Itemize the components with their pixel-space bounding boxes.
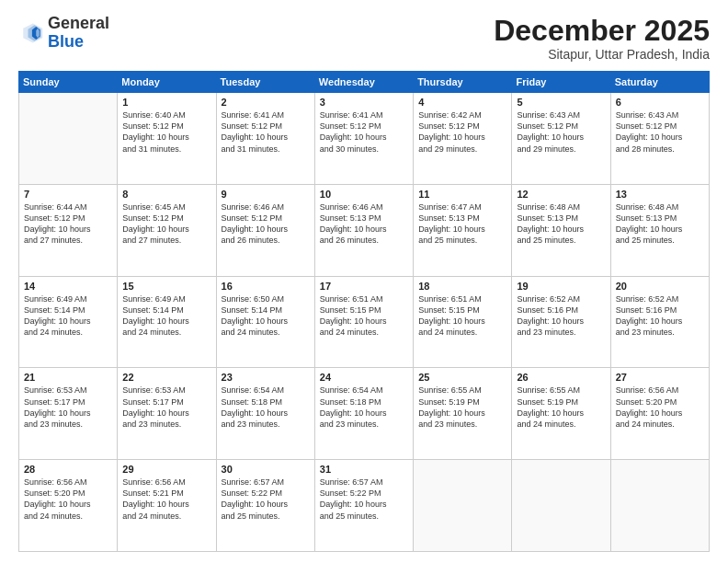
table-row xyxy=(414,460,512,552)
day-info: Sunrise: 6:46 AMSunset: 5:13 PMDaylight:… xyxy=(320,201,408,247)
table-row: 6Sunrise: 6:43 AMSunset: 5:12 PMDaylight… xyxy=(610,93,709,185)
col-sunday: Sunday xyxy=(19,72,118,93)
day-info: Sunrise: 6:44 AMSunset: 5:12 PMDaylight:… xyxy=(24,201,112,247)
day-number: 26 xyxy=(517,372,605,383)
calendar-week-5: 28Sunrise: 6:56 AMSunset: 5:20 PMDayligh… xyxy=(19,460,710,552)
day-info: Sunrise: 6:51 AMSunset: 5:15 PMDaylight:… xyxy=(320,293,408,339)
table-row xyxy=(512,460,610,552)
day-number: 7 xyxy=(24,189,112,200)
day-info: Sunrise: 6:46 AMSunset: 5:12 PMDaylight:… xyxy=(222,201,310,247)
day-info: Sunrise: 6:53 AMSunset: 5:17 PMDaylight:… xyxy=(24,385,112,430)
day-number: 29 xyxy=(122,464,210,475)
day-info: Sunrise: 6:54 AMSunset: 5:18 PMDaylight:… xyxy=(222,385,310,430)
col-tuesday: Tuesday xyxy=(216,72,314,93)
table-row: 31Sunrise: 6:57 AMSunset: 5:22 PMDayligh… xyxy=(314,460,413,552)
day-info: Sunrise: 6:41 AMSunset: 5:12 PMDaylight:… xyxy=(222,109,310,155)
day-number: 9 xyxy=(222,189,310,200)
day-number: 20 xyxy=(616,281,704,292)
day-number: 14 xyxy=(24,281,112,292)
day-number: 3 xyxy=(320,97,408,108)
table-row: 30Sunrise: 6:57 AMSunset: 5:22 PMDayligh… xyxy=(216,460,314,552)
table-row: 12Sunrise: 6:48 AMSunset: 5:13 PMDayligh… xyxy=(512,184,610,276)
col-monday: Monday xyxy=(118,72,216,93)
col-wednesday: Wednesday xyxy=(314,72,413,93)
day-info: Sunrise: 6:57 AMSunset: 5:22 PMDaylight:… xyxy=(320,477,408,522)
table-row xyxy=(610,460,709,552)
day-info: Sunrise: 6:49 AMSunset: 5:14 PMDaylight:… xyxy=(24,293,112,339)
table-row: 28Sunrise: 6:56 AMSunset: 5:20 PMDayligh… xyxy=(19,460,118,552)
day-info: Sunrise: 6:56 AMSunset: 5:20 PMDaylight:… xyxy=(24,477,112,522)
day-number: 10 xyxy=(320,189,408,200)
table-row: 3Sunrise: 6:41 AMSunset: 5:12 PMDaylight… xyxy=(314,93,413,185)
day-number: 6 xyxy=(616,97,704,108)
table-row: 23Sunrise: 6:54 AMSunset: 5:18 PMDayligh… xyxy=(216,368,314,460)
table-row: 24Sunrise: 6:54 AMSunset: 5:18 PMDayligh… xyxy=(314,368,413,460)
day-number: 22 xyxy=(122,372,210,383)
day-number: 18 xyxy=(418,281,506,292)
day-info: Sunrise: 6:52 AMSunset: 5:16 PMDaylight:… xyxy=(517,293,605,339)
table-row: 13Sunrise: 6:48 AMSunset: 5:13 PMDayligh… xyxy=(610,184,709,276)
day-number: 30 xyxy=(222,464,310,475)
day-info: Sunrise: 6:55 AMSunset: 5:19 PMDaylight:… xyxy=(517,385,605,430)
day-info: Sunrise: 6:57 AMSunset: 5:22 PMDaylight:… xyxy=(222,477,310,522)
day-number: 11 xyxy=(418,189,506,200)
logo-text-block: General Blue xyxy=(48,15,109,52)
month-title: December 2025 xyxy=(494,15,710,47)
table-row: 21Sunrise: 6:53 AMSunset: 5:17 PMDayligh… xyxy=(19,368,118,460)
table-row: 20Sunrise: 6:52 AMSunset: 5:16 PMDayligh… xyxy=(610,276,709,368)
day-number: 5 xyxy=(517,97,605,108)
day-info: Sunrise: 6:41 AMSunset: 5:12 PMDaylight:… xyxy=(320,109,408,155)
day-number: 1 xyxy=(122,97,210,108)
day-number: 27 xyxy=(616,372,704,383)
day-number: 15 xyxy=(122,281,210,292)
day-info: Sunrise: 6:42 AMSunset: 5:12 PMDaylight:… xyxy=(418,109,506,155)
logo-icon xyxy=(18,20,44,46)
day-info: Sunrise: 6:47 AMSunset: 5:13 PMDaylight:… xyxy=(418,201,506,247)
day-info: Sunrise: 6:43 AMSunset: 5:12 PMDaylight:… xyxy=(616,109,704,155)
day-number: 28 xyxy=(24,464,112,475)
day-number: 21 xyxy=(24,372,112,383)
table-row: 14Sunrise: 6:49 AMSunset: 5:14 PMDayligh… xyxy=(19,276,118,368)
table-row: 25Sunrise: 6:55 AMSunset: 5:19 PMDayligh… xyxy=(414,368,512,460)
day-number: 31 xyxy=(320,464,408,475)
table-row: 7Sunrise: 6:44 AMSunset: 5:12 PMDaylight… xyxy=(19,184,118,276)
table-row: 29Sunrise: 6:56 AMSunset: 5:21 PMDayligh… xyxy=(118,460,216,552)
day-number: 4 xyxy=(418,97,506,108)
col-friday: Friday xyxy=(512,72,610,93)
day-info: Sunrise: 6:56 AMSunset: 5:21 PMDaylight:… xyxy=(122,477,210,522)
logo: General Blue xyxy=(18,15,109,52)
table-row: 15Sunrise: 6:49 AMSunset: 5:14 PMDayligh… xyxy=(118,276,216,368)
logo-blue: Blue xyxy=(48,32,84,51)
table-row: 1Sunrise: 6:40 AMSunset: 5:12 PMDaylight… xyxy=(118,93,216,185)
col-saturday: Saturday xyxy=(610,72,709,93)
table-row: 22Sunrise: 6:53 AMSunset: 5:17 PMDayligh… xyxy=(118,368,216,460)
table-row: 10Sunrise: 6:46 AMSunset: 5:13 PMDayligh… xyxy=(314,184,413,276)
day-info: Sunrise: 6:54 AMSunset: 5:18 PMDaylight:… xyxy=(320,385,408,430)
day-number: 25 xyxy=(418,372,506,383)
table-row: 19Sunrise: 6:52 AMSunset: 5:16 PMDayligh… xyxy=(512,276,610,368)
day-number: 2 xyxy=(222,97,310,108)
calendar-header-row: Sunday Monday Tuesday Wednesday Thursday… xyxy=(19,72,710,93)
day-info: Sunrise: 6:50 AMSunset: 5:14 PMDaylight:… xyxy=(222,293,310,339)
table-row: 27Sunrise: 6:56 AMSunset: 5:20 PMDayligh… xyxy=(610,368,709,460)
day-info: Sunrise: 6:40 AMSunset: 5:12 PMDaylight:… xyxy=(122,109,210,155)
header: General Blue December 2025 Sitapur, Utta… xyxy=(18,15,710,62)
page: General Blue December 2025 Sitapur, Utta… xyxy=(0,0,728,563)
table-row: 9Sunrise: 6:46 AMSunset: 5:12 PMDaylight… xyxy=(216,184,314,276)
calendar-week-4: 21Sunrise: 6:53 AMSunset: 5:17 PMDayligh… xyxy=(19,368,710,460)
day-number: 19 xyxy=(517,281,605,292)
table-row: 5Sunrise: 6:43 AMSunset: 5:12 PMDaylight… xyxy=(512,93,610,185)
day-info: Sunrise: 6:56 AMSunset: 5:20 PMDaylight:… xyxy=(616,385,704,430)
calendar-week-3: 14Sunrise: 6:49 AMSunset: 5:14 PMDayligh… xyxy=(19,276,710,368)
table-row xyxy=(19,93,118,185)
day-number: 16 xyxy=(222,281,310,292)
day-number: 23 xyxy=(222,372,310,383)
table-row: 17Sunrise: 6:51 AMSunset: 5:15 PMDayligh… xyxy=(314,276,413,368)
logo-general: General xyxy=(48,14,109,32)
day-info: Sunrise: 6:43 AMSunset: 5:12 PMDaylight:… xyxy=(517,109,605,155)
calendar-week-2: 7Sunrise: 6:44 AMSunset: 5:12 PMDaylight… xyxy=(19,184,710,276)
table-row: 2Sunrise: 6:41 AMSunset: 5:12 PMDaylight… xyxy=(216,93,314,185)
day-info: Sunrise: 6:51 AMSunset: 5:15 PMDaylight:… xyxy=(418,293,506,339)
table-row: 4Sunrise: 6:42 AMSunset: 5:12 PMDaylight… xyxy=(414,93,512,185)
day-number: 8 xyxy=(122,189,210,200)
